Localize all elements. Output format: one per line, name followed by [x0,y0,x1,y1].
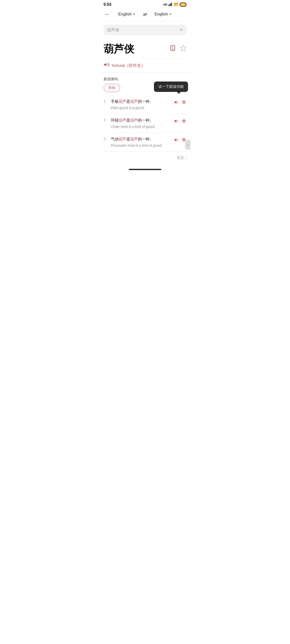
wifi-icon: 📶 [174,3,178,7]
svg-marker-13 [174,120,176,123]
svg-rect-0 [169,4,169,6]
status-time: 5:53 [104,2,111,7]
svg-rect-3 [171,3,172,6]
example-actions [174,136,187,144]
toolbar: ← English ▼ ⇌ English ▼ [100,8,190,22]
favorite-button[interactable] [180,45,187,53]
word-title-area: 葫芦侠 [100,38,190,58]
svg-marker-9 [104,63,106,66]
more-row: 更多 › [100,152,190,164]
svg-marker-8 [180,45,186,51]
tooltip-bubble: 试一下跟读功能 [154,82,188,92]
filter-tabs-area: 所有 试一下跟读功能 [100,84,190,95]
speak-button[interactable] [181,118,187,125]
target-language-selector[interactable]: English ▼ [155,12,172,17]
svg-rect-1 [169,4,170,6]
source-language-label: English [118,12,132,17]
example-number: 1 [104,99,108,103]
audio-button[interactable] [174,137,179,144]
example-en-text: Palm gourd is a gourd. [111,106,172,110]
report-button[interactable] [170,45,176,53]
search-input[interactable] [107,28,180,32]
example-en-text: Chain hoist is a kind of gourd. [111,124,172,129]
example-content: 环链葫芦是葫芦的一种。 Chain hoist is a kind of gou… [111,118,172,129]
search-box: ✕ [104,25,187,35]
word-title: 葫芦侠 [104,42,134,56]
svg-point-7 [172,49,173,50]
more-chevron-icon: › [185,156,186,160]
highlight-text: 葫芦 [130,99,138,104]
table-row: 2 环链葫芦是葫芦的一种。 Chain hoist is a kind of g… [104,114,187,133]
example-actions [174,118,187,125]
swap-languages-button[interactable]: ⇌ [143,11,147,17]
svg-text:📶: 📶 [174,3,178,6]
pronunciation-area: huluxia（软件名） [100,58,190,72]
table-row: 3 气动葫芦是葫芦的一种。 Pneumatic hoist is a kind … [104,133,187,152]
status-icons: HD 📶 89 [163,2,186,7]
highlight-text: 葫芦 [119,137,126,141]
svg-marker-10 [174,101,176,104]
speak-button[interactable] [181,100,187,106]
highlight-text: 葫芦 [119,118,126,122]
audio-button[interactable] [174,100,179,106]
example-number: 3 [104,136,108,141]
example-zh-text: 环链葫芦是葫芦的一种。 [111,118,172,123]
highlight-text: 葫芦 [119,99,126,104]
floating-handle[interactable]: › [185,140,190,150]
audio-button[interactable] [174,118,179,125]
example-content: 气动葫芦是葫芦的一种。 Pneumatic hoist is a kind of… [111,136,172,148]
word-actions [170,45,187,53]
pronunciation-text: huluxia（软件名） [112,63,146,68]
status-bar: 5:53 HD 📶 89 [100,0,190,8]
filter-tab-all[interactable]: 所有 [104,84,120,92]
pronunciation-speaker-button[interactable] [104,62,109,69]
source-lang-chevron-icon: ▼ [133,12,135,16]
svg-rect-2 [170,3,171,6]
back-button[interactable]: ← [104,10,111,18]
example-en-text: Pneumatic hoist is a kind of gourd. [111,143,172,148]
home-indicator [129,169,161,170]
example-zh-text: 气动葫芦是葫芦的一种。 [111,136,172,142]
more-button[interactable]: 更多 [177,156,184,160]
example-content: 手板葫芦是葫芦的一种。 Palm gourd is a gourd. [111,99,172,110]
example-number: 2 [104,118,108,122]
highlight-text: 葫芦 [130,137,138,141]
battery-indicator: 89 [180,2,186,7]
target-language-label: English [155,12,168,17]
example-actions [174,99,187,106]
handle-arrow-icon: › [187,143,188,147]
signal-icon [169,3,173,7]
search-clear-button[interactable]: ✕ [180,27,183,32]
source-language-selector[interactable]: English ▼ [118,12,135,17]
hd-icon: HD [163,3,167,6]
svg-marker-16 [174,138,176,142]
highlight-text: 葫芦 [130,118,138,122]
table-row: 1 手板葫芦是葫芦的一种。 Palm gourd is a gourd. [104,95,187,114]
target-lang-chevron-icon: ▼ [169,12,172,16]
example-zh-text: 手板葫芦是葫芦的一种。 [111,99,172,104]
example-list: 1 手板葫芦是葫芦的一种。 Palm gourd is a gourd. [100,95,190,152]
